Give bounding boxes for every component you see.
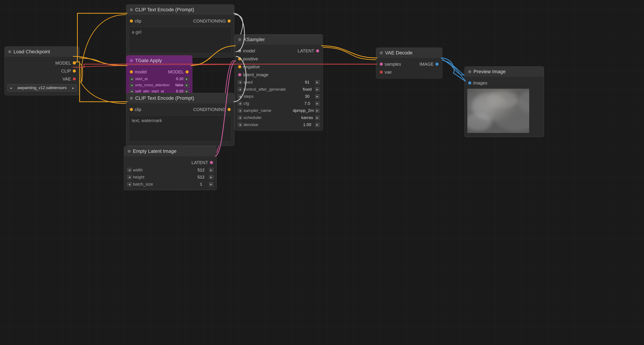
empty-latent-node: Empty Latent Image LATENT ◄ width 512 ► … (124, 146, 217, 190)
tgate-start-at-label: start_at (135, 77, 171, 81)
clip-positive-text[interactable]: a girl (129, 27, 232, 53)
clip-negative-text[interactable]: text, watermark (129, 115, 232, 142)
ksampler-latent-input-label: latent_image (241, 72, 270, 78)
scheduler-next[interactable]: ► (315, 116, 320, 120)
scheduler-value: karras (300, 115, 314, 120)
vae-decode-image-output-port[interactable] (436, 62, 438, 66)
svg-point-5 (467, 113, 492, 131)
ksampler-negative-label: negative (241, 64, 262, 70)
height-prev[interactable]: ◄ (127, 175, 132, 179)
clip-negative-output-port[interactable] (228, 108, 231, 111)
ksampler-header: KSampler (235, 34, 323, 45)
control-prev[interactable]: ◄ (238, 87, 242, 92)
ckpt-selector[interactable]: ◄ awpainting_v12.safetensors ► (7, 84, 77, 92)
ksampler-negative-row: negative (235, 63, 323, 71)
empty-latent-batch-row: ◄ batch_size 1 ► (124, 181, 216, 188)
empty-latent-output-port[interactable] (210, 161, 213, 164)
svg-point-1 (472, 93, 507, 120)
vae-output-port[interactable] (73, 78, 76, 80)
tgate-apply-header: TGate Apply (126, 56, 192, 66)
tgate-cross-attn-next[interactable]: ► (185, 83, 189, 87)
tgate-start-at-next[interactable]: ► (185, 77, 189, 81)
load-checkpoint-node: Load Checkpoint MODEL CLIP VAE ◄ awpaint… (4, 46, 80, 95)
clip-positive-output-port[interactable] (228, 20, 231, 22)
width-next[interactable]: ► (209, 168, 214, 172)
height-next[interactable]: ► (209, 175, 214, 179)
steps-prev[interactable]: ◄ (238, 94, 242, 99)
preview-image-input-port[interactable] (468, 82, 471, 84)
control-next[interactable]: ► (315, 87, 320, 92)
steps-next[interactable]: ► (315, 94, 320, 99)
vae-decode-header: VAE Decode (376, 48, 442, 58)
denoise-next[interactable]: ► (315, 122, 320, 127)
cfg-label: cfg (244, 101, 299, 106)
ckpt-prev-arrow[interactable]: ◄ (9, 86, 12, 90)
ksampler-latent-output-label: LATENT (296, 48, 316, 54)
preview-image-input-label: images (471, 80, 489, 86)
tgate-model-input-port[interactable] (130, 70, 133, 74)
empty-latent-status-dot (128, 150, 131, 153)
seed-prev[interactable]: ◄ (238, 80, 242, 84)
clip-negative-input-port[interactable] (130, 108, 133, 111)
cfg-next[interactable]: ► (315, 101, 320, 106)
preview-image-header: Preview Image (465, 66, 544, 77)
ksampler-positive-port[interactable] (238, 57, 241, 60)
steps-value: 30 (300, 94, 314, 99)
ksampler-latent-input-port[interactable] (238, 73, 241, 76)
sampler-next[interactable]: ► (315, 108, 320, 113)
ksampler-cfg-row: ◄ cfg 7.0 ► (235, 100, 323, 107)
ksampler-node: KSampler model LATENT positive negative … (234, 34, 323, 131)
preview-image-title: Preview Image (474, 69, 506, 74)
scheduler-prev[interactable]: ◄ (238, 116, 242, 120)
clip-text-negative-header: CLIP Text Encode (Prompt) (126, 93, 234, 103)
ckpt-next-arrow[interactable]: ► (72, 86, 75, 90)
clip-positive-output-label: CONDITIONING (191, 18, 228, 24)
clip-text-positive-header: CLIP Text Encode (Prompt) (126, 5, 234, 15)
clip-positive-ports: clip CONDITIONING (126, 17, 234, 25)
ksampler-seed-row: ◄ seed 91 ► (235, 79, 323, 86)
seed-label: seed (244, 80, 299, 85)
denoise-prev[interactable]: ◄ (238, 122, 242, 127)
tgate-status-dot (130, 59, 133, 62)
load-checkpoint-title: Load Checkpoint (14, 49, 50, 54)
control-value: fixed (300, 87, 314, 92)
vae-decode-samples-input-port[interactable] (380, 62, 383, 66)
tgate-title: TGate Apply (135, 58, 162, 64)
cfg-value: 7.0 (300, 101, 314, 106)
clip-output-port[interactable] (73, 70, 76, 72)
tgate-start-at-prev[interactable]: ◄ (130, 77, 134, 81)
ksampler-latent-input-row: latent_image (235, 71, 323, 79)
control-label: control_after_generate (244, 87, 299, 92)
tgate-model-output-label: MODEL (166, 70, 186, 74)
clip-negative-ports: clip CONDITIONING (126, 106, 234, 114)
model-output-port[interactable] (73, 62, 76, 64)
clip-positive-input-port[interactable] (130, 20, 133, 22)
clip-text-negative-node: CLIP Text Encode (Prompt) clip CONDITION… (126, 93, 234, 146)
vae-output-label: VAE (60, 76, 73, 82)
tgate-cross-attn-value: false (172, 83, 183, 87)
width-prev[interactable]: ◄ (127, 168, 132, 172)
tgate-model-input-label: model (133, 70, 148, 74)
tgate-model-output-port[interactable] (186, 70, 189, 74)
tgate-model-ports: model MODEL (126, 68, 192, 76)
tgate-start-at-value: 0.10 (172, 77, 183, 81)
empty-latent-output-label: LATENT (190, 160, 210, 165)
width-value: 512 (194, 168, 208, 172)
load-checkpoint-header: Load Checkpoint (5, 47, 80, 57)
empty-latent-width-row: ◄ width 512 ► (124, 166, 216, 174)
sampler-prev[interactable]: ◄ (238, 108, 242, 113)
tgate-apply-node: TGate Apply model MODEL ◄ start_at 0.10 … (126, 55, 192, 97)
ksampler-model-input-port[interactable] (238, 49, 241, 52)
preview-image-status-dot (468, 70, 471, 73)
vae-decode-vae-row: vae (376, 68, 442, 76)
batch-next[interactable]: ► (209, 182, 214, 186)
ksampler-negative-port[interactable] (238, 65, 241, 68)
seed-next[interactable]: ► (315, 80, 320, 84)
vae-decode-vae-input-port[interactable] (380, 70, 383, 74)
tgate-cross-attn-label: only_cross_attention (135, 83, 171, 87)
ksampler-latent-output-port[interactable] (316, 49, 319, 52)
cfg-prev[interactable]: ◄ (238, 101, 242, 106)
tgate-cross-attn-prev[interactable]: ◄ (130, 83, 134, 87)
batch-prev[interactable]: ◄ (127, 182, 132, 186)
clip-output-port-row: CLIP (5, 67, 80, 75)
